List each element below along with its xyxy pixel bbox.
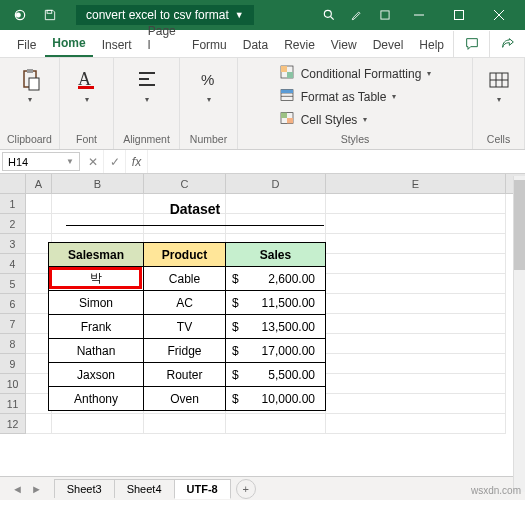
cell-sales[interactable]: $2,600.00 xyxy=(226,267,326,291)
row-header[interactable]: 12 xyxy=(0,414,26,434)
autosave-toggle-icon[interactable] xyxy=(6,0,34,30)
cell-product[interactable]: Router xyxy=(144,363,226,387)
add-sheet-button[interactable]: + xyxy=(236,479,256,499)
cell-salesman[interactable]: Simon xyxy=(49,291,144,315)
tab-review[interactable]: Revie xyxy=(277,33,322,57)
row-header[interactable]: 5 xyxy=(0,274,26,294)
sheet-nav-prev-icon[interactable]: ◄ xyxy=(8,483,27,495)
cell-styles-button[interactable]: Cell Styles ▾ xyxy=(279,108,432,131)
vertical-scrollbar[interactable] xyxy=(513,176,525,492)
cell-salesman[interactable]: Anthony xyxy=(49,387,144,411)
worksheet-grid[interactable]: A B C D E 1 2 3 4 5 6 7 xyxy=(0,174,525,476)
cell-salesman[interactable]: Jaxson xyxy=(49,363,144,387)
close-button[interactable] xyxy=(479,0,519,30)
tab-view[interactable]: View xyxy=(324,33,364,57)
svg-line-4 xyxy=(331,17,334,20)
header-product[interactable]: Product xyxy=(144,243,226,267)
cell[interactable] xyxy=(326,254,506,274)
sheet-tab-active[interactable]: UTF-8 xyxy=(174,479,231,499)
cell[interactable] xyxy=(326,374,506,394)
cell[interactable] xyxy=(326,274,506,294)
col-header[interactable]: E xyxy=(326,174,506,193)
sheet-tab[interactable]: Sheet3 xyxy=(54,479,115,498)
font-button[interactable]: A ▾ xyxy=(61,63,113,107)
tab-file[interactable]: File xyxy=(10,33,43,57)
cell[interactable] xyxy=(326,394,506,414)
sheet-nav-next-icon[interactable]: ► xyxy=(27,483,46,495)
pen-icon[interactable] xyxy=(343,0,371,30)
row-header[interactable]: 11 xyxy=(0,394,26,414)
cell-product[interactable]: Cable xyxy=(144,267,226,291)
cell-product[interactable]: Fridge xyxy=(144,339,226,363)
cell[interactable] xyxy=(326,334,506,354)
name-box[interactable]: H14 ▼ xyxy=(2,152,80,171)
header-salesman[interactable]: Salesman xyxy=(49,243,144,267)
cell-salesman[interactable]: Frank xyxy=(49,315,144,339)
cell-product[interactable]: TV xyxy=(144,315,226,339)
cell-product[interactable]: Oven xyxy=(144,387,226,411)
tab-formulas[interactable]: Formu xyxy=(185,33,234,57)
col-header[interactable]: A xyxy=(26,174,52,193)
row-header[interactable]: 8 xyxy=(0,334,26,354)
scrollbar-thumb[interactable] xyxy=(514,180,525,270)
tab-data[interactable]: Data xyxy=(236,33,275,57)
alignment-button[interactable]: ▾ xyxy=(121,63,173,107)
cell[interactable] xyxy=(326,354,506,374)
cell-sales[interactable]: $11,500.00 xyxy=(226,291,326,315)
row-header[interactable]: 6 xyxy=(0,294,26,314)
paste-button[interactable]: ▾ xyxy=(4,63,56,107)
cell[interactable] xyxy=(326,294,506,314)
cell[interactable] xyxy=(326,314,506,334)
row-header[interactable]: 7 xyxy=(0,314,26,334)
tab-insert[interactable]: Insert xyxy=(95,33,139,57)
cell[interactable] xyxy=(326,194,506,214)
select-all-corner[interactable] xyxy=(0,174,26,193)
cell-product[interactable]: AC xyxy=(144,291,226,315)
cells-button[interactable]: ▾ xyxy=(473,63,525,107)
fx-icon[interactable]: fx xyxy=(126,150,148,173)
tab-home[interactable]: Home xyxy=(45,31,92,57)
search-icon[interactable] xyxy=(315,0,343,30)
tab-pagelayout[interactable]: Page l xyxy=(141,19,183,57)
tab-help[interactable]: Help xyxy=(412,33,451,57)
cell-sales[interactable]: $17,000.00 xyxy=(226,339,326,363)
cell[interactable] xyxy=(26,214,52,234)
cell-sales[interactable]: $13,500.00 xyxy=(226,315,326,339)
cell[interactable] xyxy=(144,414,226,434)
cell[interactable] xyxy=(26,194,52,214)
cell[interactable] xyxy=(226,414,326,434)
cell[interactable] xyxy=(326,414,506,434)
share-icon[interactable] xyxy=(489,31,525,57)
cell[interactable] xyxy=(326,214,506,234)
number-button[interactable]: % ▾ xyxy=(183,63,235,107)
comments-icon[interactable] xyxy=(453,31,489,57)
cell[interactable] xyxy=(52,414,144,434)
row-header[interactable]: 10 xyxy=(0,374,26,394)
col-header[interactable]: D xyxy=(226,174,326,193)
cell[interactable] xyxy=(326,234,506,254)
sheet-tab[interactable]: Sheet4 xyxy=(114,479,175,498)
header-sales[interactable]: Sales xyxy=(226,243,326,267)
account-icon[interactable] xyxy=(371,0,399,30)
enter-formula-icon[interactable]: ✓ xyxy=(104,150,126,173)
cell[interactable] xyxy=(26,414,52,434)
row-header[interactable]: 9 xyxy=(0,354,26,374)
cell-sales[interactable]: $10,000.00 xyxy=(226,387,326,411)
col-header[interactable]: C xyxy=(144,174,226,193)
cancel-formula-icon[interactable]: ✕ xyxy=(82,150,104,173)
cell-salesman[interactable]: Nathan xyxy=(49,339,144,363)
minimize-button[interactable] xyxy=(399,0,439,30)
cell-sales[interactable]: $5,500.00 xyxy=(226,363,326,387)
formula-input[interactable] xyxy=(148,150,525,173)
conditional-formatting-button[interactable]: Conditional Formatting ▾ xyxy=(279,62,432,85)
col-header[interactable]: B xyxy=(52,174,144,193)
row-header[interactable]: 2 xyxy=(0,214,26,234)
row-header[interactable]: 1 xyxy=(0,194,26,214)
cell-salesman[interactable]: 박 xyxy=(49,267,144,291)
save-icon[interactable] xyxy=(36,0,64,30)
format-as-table-button[interactable]: Format as Table ▾ xyxy=(279,85,432,108)
maximize-button[interactable] xyxy=(439,0,479,30)
row-header[interactable]: 3 xyxy=(0,234,26,254)
tab-developer[interactable]: Devel xyxy=(366,33,411,57)
row-header[interactable]: 4 xyxy=(0,254,26,274)
